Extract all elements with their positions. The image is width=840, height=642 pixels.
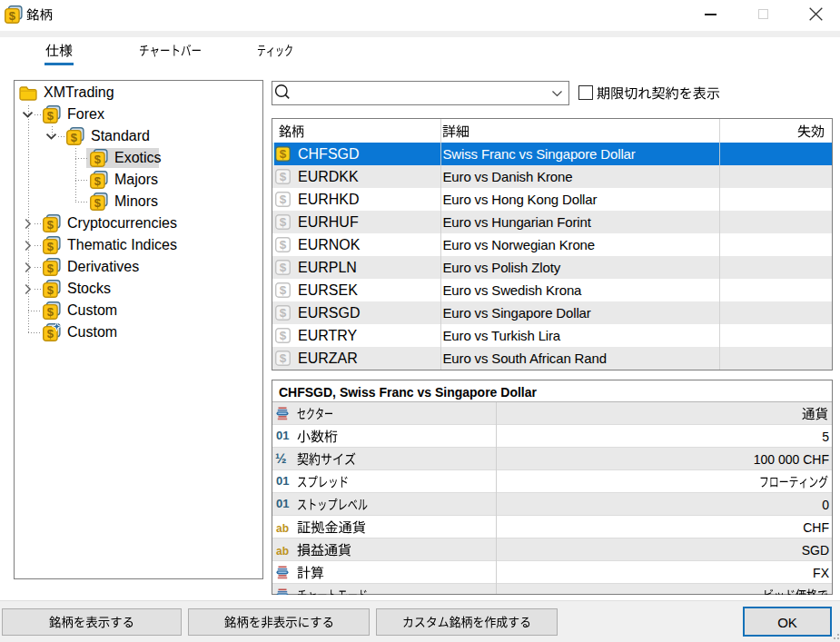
- svg-text:$: $: [280, 238, 287, 252]
- svg-text:$: $: [280, 351, 287, 365]
- svg-text:$: $: [94, 196, 102, 210]
- svg-text:$: $: [280, 170, 287, 183]
- svg-text:$: $: [94, 174, 102, 188]
- svg-text:$: $: [47, 327, 54, 341]
- svg-text:$: $: [280, 215, 287, 229]
- svg-text:$: $: [94, 153, 102, 166]
- svg-text:$: $: [280, 329, 287, 342]
- svg-text:$: $: [280, 261, 287, 274]
- svg-text:$: $: [47, 240, 54, 253]
- svg-text:$: $: [280, 147, 287, 161]
- svg-text:$: $: [47, 109, 54, 123]
- svg-text:$: $: [280, 193, 287, 206]
- svg-text:$: $: [280, 283, 287, 297]
- svg-text:$: $: [47, 218, 54, 232]
- svg-text:$: $: [47, 283, 54, 297]
- svg-text:$: $: [47, 262, 54, 275]
- svg-text:$: $: [71, 131, 78, 144]
- svg-text:$: $: [280, 306, 287, 320]
- svg-text:$: $: [47, 305, 54, 319]
- svg-text:$: $: [9, 9, 16, 23]
